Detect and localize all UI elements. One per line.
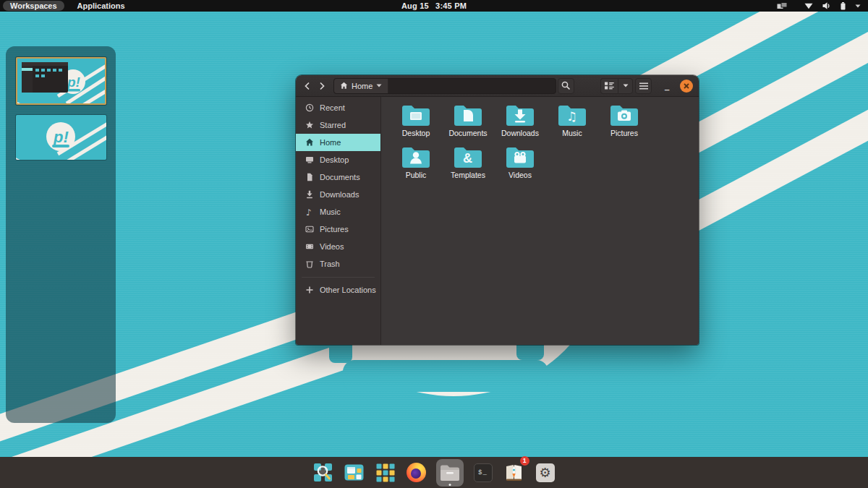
folder-icon: [401, 101, 431, 127]
document-icon: [305, 173, 314, 181]
dock-item-terminal[interactable]: $_: [472, 459, 495, 487]
menu-button[interactable]: [635, 78, 652, 94]
sidebar-item-home[interactable]: Home: [296, 134, 380, 151]
sidebar-item-desktop[interactable]: Desktop: [296, 151, 380, 168]
file-item-pictures[interactable]: Pictures: [598, 101, 650, 143]
path-caret-icon: [376, 84, 382, 87]
sidebar-label: Home: [320, 138, 341, 147]
minimize-button[interactable]: –: [660, 79, 673, 93]
sidebar-label: Documents: [320, 173, 360, 181]
folder-icon: &: [453, 143, 483, 169]
folder-icon: [609, 101, 639, 127]
search-button[interactable]: [558, 78, 574, 94]
sidebar-label: Pictures: [320, 225, 349, 234]
dock: $_ 1 ⚙: [0, 457, 868, 488]
headerbar: Home: [296, 75, 699, 97]
sidebar-label: Trash: [320, 260, 340, 268]
dock-item-pop-shop[interactable]: 1: [503, 459, 526, 487]
pop-workspaces-icon: [344, 463, 364, 482]
file-item-music[interactable]: ♫ Music: [546, 101, 598, 143]
file-item-videos[interactable]: Videos: [494, 143, 546, 185]
chevron-right-icon: [318, 82, 326, 90]
workspace-thumbnail-inactive[interactable]: p!: [16, 115, 106, 160]
file-label: Downloads: [501, 129, 539, 137]
terminal-icon: $_: [474, 463, 493, 482]
path-segment-home[interactable]: Home: [334, 79, 388, 93]
pop-shop-icon: [504, 463, 524, 482]
file-item-documents[interactable]: Documents: [442, 101, 494, 143]
chevron-left-icon: [304, 82, 311, 90]
caret-down-icon: [855, 4, 861, 8]
sidebar-item-downloads[interactable]: Downloads: [296, 186, 380, 203]
trash-icon: [305, 260, 314, 268]
file-label: Desktop: [402, 129, 430, 137]
screens-icon: [777, 2, 788, 10]
path-bar[interactable]: Home: [333, 78, 556, 94]
folder-icon: [505, 143, 535, 169]
system-tray[interactable]: [777, 2, 868, 10]
running-indicator-dot: [448, 484, 451, 486]
file-item-downloads[interactable]: Downloads: [494, 101, 546, 143]
view-options-button[interactable]: [618, 78, 633, 94]
clock-time: 3:45 PM: [435, 1, 467, 10]
svg-text:&: &: [463, 151, 472, 166]
network-icon: [804, 3, 813, 9]
sidebar: Recent Starred Home Desktop: [296, 97, 381, 345]
gear-icon: ⚙: [536, 463, 555, 482]
svg-text:p!: p!: [53, 128, 69, 146]
sidebar-item-music[interactable]: ♪ Music: [296, 203, 380, 221]
sidebar-item-pictures[interactable]: Pictures: [296, 221, 380, 238]
workspace-thumbnail-active[interactable]: p!: [16, 57, 106, 105]
back-button[interactable]: [300, 79, 315, 93]
file-item-desktop[interactable]: Desktop: [390, 101, 442, 143]
window-body: Recent Starred Home Desktop: [296, 97, 699, 345]
dock-item-settings[interactable]: ⚙: [534, 459, 557, 487]
view-switch: [600, 78, 633, 94]
hamburger-icon: [639, 82, 648, 90]
file-item-public[interactable]: Public: [390, 143, 442, 185]
folder-icon: [453, 101, 483, 127]
close-button[interactable]: [680, 80, 693, 93]
view-grid-icon: [605, 82, 614, 90]
sidebar-label: Starred: [320, 121, 346, 129]
folder-icon: [505, 101, 535, 127]
files-icon: [440, 464, 460, 481]
sidebar-item-trash[interactable]: Trash: [296, 255, 380, 273]
dock-item-app-grid[interactable]: [374, 459, 397, 487]
file-label: Pictures: [610, 129, 638, 137]
close-icon: [684, 83, 689, 89]
picture-icon: [305, 225, 314, 234]
sidebar-item-videos[interactable]: Videos: [296, 238, 380, 255]
sidebar-label: Other Locations: [320, 286, 376, 294]
film-icon: [305, 242, 314, 251]
workspace2-preview: p!: [16, 115, 106, 160]
svg-text:♫: ♫: [566, 109, 577, 124]
file-grid: Desktop Documents Downloads: [381, 97, 699, 345]
gear-glyph: ⚙: [539, 466, 550, 479]
sidebar-item-other-locations[interactable]: Other Locations: [296, 281, 380, 299]
sidebar-label: Videos: [320, 242, 344, 251]
file-label: Videos: [509, 171, 532, 179]
search-icon: [561, 81, 571, 90]
sidebar-label: Music: [320, 207, 341, 216]
clock-date: Aug 15: [401, 1, 429, 10]
pop-launcher-icon: [313, 463, 333, 482]
clock-button[interactable]: Aug 15 3:45 PM: [0, 1, 868, 10]
plus-icon: [305, 286, 314, 294]
sidebar-label: Recent: [320, 103, 345, 112]
view-toggle-button[interactable]: [600, 78, 618, 94]
sidebar-item-documents[interactable]: Documents: [296, 168, 380, 186]
download-icon: [305, 190, 314, 199]
terminal-glyph: $_: [478, 469, 488, 476]
dock-item-firefox[interactable]: [405, 459, 428, 487]
folder-icon: [401, 143, 431, 169]
dock-item-files[interactable]: [436, 459, 464, 487]
sidebar-item-recent[interactable]: Recent: [296, 99, 380, 116]
dock-item-pop-launcher[interactable]: [312, 459, 335, 487]
file-item-templates[interactable]: & Templates: [442, 143, 494, 185]
battery-icon: [841, 2, 846, 10]
dock-item-pop-workspaces[interactable]: [343, 459, 366, 487]
sidebar-item-starred[interactable]: Starred: [296, 116, 380, 134]
forward-button[interactable]: [315, 79, 329, 93]
firefox-icon: [407, 463, 426, 482]
